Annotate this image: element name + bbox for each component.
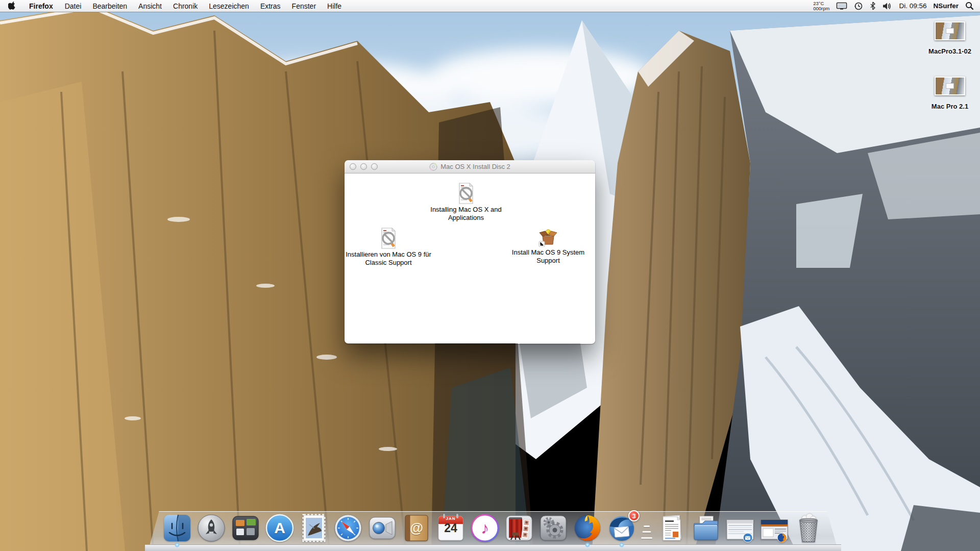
dock-shelf-front bbox=[145, 544, 841, 551]
fan-speed-value: 000rpm bbox=[813, 6, 829, 11]
dock-separator bbox=[641, 513, 652, 543]
minimized-window-thumbnail bbox=[725, 513, 755, 543]
dock-app-store[interactable]: A bbox=[265, 513, 295, 543]
bluetooth-icon bbox=[870, 2, 876, 10]
ical-month-label: JAN bbox=[436, 516, 465, 521]
desktop-icon-label: Mac Pro 2.1 bbox=[922, 103, 978, 110]
file-installing-macosx[interactable]: Installing Mac OS X and Applications bbox=[423, 183, 509, 222]
dock-minimized-firefox-window[interactable] bbox=[760, 513, 789, 543]
temperature-fan-status[interactable]: 23°C 000rpm bbox=[813, 1, 829, 11]
temperature-value: 23°C bbox=[813, 1, 829, 6]
dock-finder[interactable] bbox=[162, 513, 192, 543]
file-install-os9-classic[interactable]: Installieren von Mac OS 9 für Classic Su… bbox=[345, 228, 432, 267]
dock-itunes[interactable]: ♪ bbox=[470, 513, 500, 543]
apple-icon bbox=[8, 2, 16, 10]
dock-mission-control[interactable] bbox=[231, 513, 260, 543]
dock-minimized-thunderbird-window[interactable] bbox=[725, 513, 755, 543]
menu-bearbeiten[interactable]: Bearbeiten bbox=[87, 0, 133, 12]
dock-safari[interactable] bbox=[333, 513, 363, 543]
file-install-os9-system[interactable]: Install Mac OS 9 System Support bbox=[507, 228, 590, 265]
close-button[interactable] bbox=[350, 163, 356, 170]
screen-thumbnail-icon bbox=[935, 21, 965, 40]
time-machine-icon bbox=[854, 2, 863, 11]
time-machine-menu[interactable] bbox=[854, 2, 863, 11]
minimized-window-thumbnail bbox=[760, 513, 789, 543]
volume-icon bbox=[883, 2, 892, 10]
menu-ansicht[interactable]: Ansicht bbox=[133, 0, 167, 12]
window-title: Mac OS X Install Disc 2 bbox=[440, 163, 510, 170]
dock-launchpad[interactable] bbox=[197, 513, 226, 543]
app-menu-firefox[interactable]: Firefox bbox=[23, 2, 59, 10]
desktop-icon-macpro21[interactable]: Mac Pro 2.1 bbox=[922, 77, 978, 110]
dock-photo-booth[interactable] bbox=[504, 513, 534, 543]
volume-menu[interactable] bbox=[883, 2, 892, 10]
spotlight-icon bbox=[965, 2, 974, 10]
displays-menu[interactable] bbox=[836, 2, 847, 10]
document-prohibited-icon bbox=[379, 228, 398, 249]
dock-address-book[interactable]: @ bbox=[402, 513, 431, 543]
alias-arrow-badge bbox=[539, 241, 545, 247]
file-label: Installing Mac OS X and Applications bbox=[423, 206, 509, 222]
spotlight-menu[interactable] bbox=[965, 2, 974, 10]
folder-icon bbox=[691, 513, 721, 543]
trash-icon bbox=[794, 513, 823, 543]
screen-thumbnail-icon bbox=[935, 77, 965, 95]
file-label: Install Mac OS 9 System Support bbox=[507, 248, 590, 265]
minimize-button[interactable] bbox=[360, 163, 367, 170]
facetime-icon bbox=[368, 513, 397, 543]
dock-folder[interactable] bbox=[691, 513, 721, 543]
mission-control-icon bbox=[231, 513, 260, 543]
user-switch-menu[interactable]: NSurfer bbox=[933, 2, 959, 10]
finder-icon bbox=[162, 513, 192, 543]
menu-clock[interactable]: Di. 09:56 bbox=[899, 2, 926, 10]
system-preferences-icon bbox=[538, 513, 568, 543]
dock-system-preferences[interactable] bbox=[538, 513, 568, 543]
apple-menu[interactable] bbox=[0, 0, 23, 12]
menu-chronik[interactable]: Chronik bbox=[167, 0, 203, 12]
photo-booth-icon bbox=[504, 513, 534, 543]
window-title-bar[interactable]: Mac OS X Install Disc 2 bbox=[345, 160, 595, 173]
safari-icon bbox=[333, 513, 363, 543]
dock-thunderbird[interactable]: 3 bbox=[607, 513, 636, 543]
finder-window-content: Installing Mac OS X and Applications bbox=[345, 173, 595, 343]
desktop-icon-label: MacPro3.1-02 bbox=[922, 47, 978, 55]
menu-lesezeichen[interactable]: Lesezeichen bbox=[203, 0, 255, 12]
document-prohibited-icon bbox=[457, 183, 475, 204]
menu-bar: Firefox Datei Bearbeiten Ansicht Chronik… bbox=[0, 0, 980, 12]
finder-window: Mac OS X Install Disc 2 bbox=[345, 160, 595, 344]
firefox-icon bbox=[573, 513, 602, 543]
dock-documents-stack[interactable] bbox=[657, 513, 687, 543]
bluetooth-menu[interactable] bbox=[870, 2, 876, 10]
thunderbird-unread-badge: 3 bbox=[628, 510, 640, 521]
dock-firefox[interactable] bbox=[573, 513, 602, 543]
dock-ical[interactable]: JAN 24 bbox=[436, 513, 465, 543]
installer-package-icon bbox=[538, 228, 558, 247]
dock: A bbox=[162, 510, 823, 543]
mail-stamp-icon bbox=[299, 513, 329, 543]
file-label: Installieren von Mac OS 9 für Classic Su… bbox=[345, 251, 432, 267]
launchpad-icon bbox=[197, 513, 226, 543]
address-book-at-glyph: @ bbox=[402, 513, 431, 543]
app-store-letter: A bbox=[265, 513, 295, 543]
desktop: Firefox Datei Bearbeiten Ansicht Chronik… bbox=[0, 0, 980, 551]
dock-mail[interactable] bbox=[299, 513, 329, 543]
menu-hilfe[interactable]: Hilfe bbox=[322, 0, 347, 12]
dock-trash[interactable] bbox=[794, 513, 823, 543]
cd-disc-icon bbox=[429, 163, 437, 171]
document-stack-icon bbox=[657, 513, 687, 543]
menu-fenster[interactable]: Fenster bbox=[286, 0, 322, 12]
itunes-note-glyph: ♪ bbox=[470, 513, 500, 543]
ical-day-label: 24 bbox=[436, 521, 465, 535]
menu-extras[interactable]: Extras bbox=[255, 0, 286, 12]
zoom-button[interactable] bbox=[371, 163, 378, 170]
dock-facetime[interactable] bbox=[368, 513, 397, 543]
display-icon bbox=[836, 2, 847, 10]
menu-datei[interactable]: Datei bbox=[59, 0, 87, 12]
desktop-icon-macpro31[interactable]: MacPro3.1-02 bbox=[922, 21, 978, 55]
